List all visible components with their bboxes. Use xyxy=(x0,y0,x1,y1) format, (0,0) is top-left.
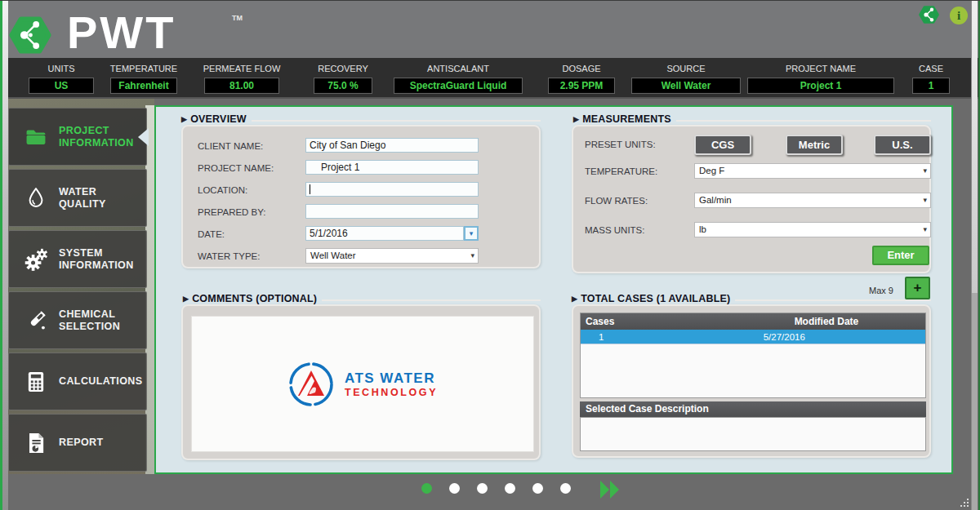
project-name-input[interactable] xyxy=(305,160,479,175)
report-icon xyxy=(22,430,50,456)
comments-textarea[interactable]: ATS WATER TECHNOLOGY xyxy=(191,316,534,452)
status-bar: UNITS US TEMPERATURE Fahrenheit PERMEATE… xyxy=(0,58,980,99)
preset-metric-button[interactable]: Metric xyxy=(786,135,843,155)
max-cases-label: Max 9 xyxy=(869,286,893,295)
measurements-groupbox: PRESET UNITS: CGS Metric U.S. TEMPERATUR… xyxy=(572,125,931,273)
comments-groupbox: ATS WATER TECHNOLOGY xyxy=(181,304,541,460)
chevron-down-icon: ▾ xyxy=(923,223,927,237)
mass-units-select[interactable]: lb ▾ xyxy=(694,222,931,237)
status-value: Project 1 xyxy=(747,78,894,94)
modified-date-cell: 5/27/2016 xyxy=(764,330,805,344)
preset-us-button[interactable]: U.S. xyxy=(874,135,931,155)
app-header: PWT TM i xyxy=(0,1,980,58)
section-arrow-icon: ▶ xyxy=(572,295,577,303)
text-cursor xyxy=(310,184,310,194)
status-project-name: PROJECT NAME Project 1 xyxy=(739,64,902,94)
calculator-icon xyxy=(22,369,50,395)
status-value: US xyxy=(29,78,94,94)
window-scrollbar[interactable] xyxy=(971,1,978,510)
overview-section-title: ▶ OVERVIEW xyxy=(181,113,541,125)
status-value: 81.00 xyxy=(204,78,279,94)
mass-units-label: MASS UNITS: xyxy=(585,225,644,235)
pager-dot-4[interactable] xyxy=(505,483,515,494)
case-description-header: Selected Case Description xyxy=(580,401,926,417)
sidebar-item-water-quality[interactable]: WATER QUALITY xyxy=(8,169,147,227)
preset-cgs-button[interactable]: CGS xyxy=(694,135,751,155)
info-icon[interactable]: i xyxy=(950,7,968,24)
pager-dot-5[interactable] xyxy=(532,483,543,494)
status-value: SpectraGuard Liquid xyxy=(394,78,523,94)
status-value: Well Water xyxy=(631,78,741,94)
app-window: PWT TM i UNITS US TEMPERATURE Fahrenheit… xyxy=(0,0,980,510)
sidebar-item-system-information[interactable]: SYSTEM INFORMATION xyxy=(8,230,147,288)
measurements-section-title: ▶ MEASUREMENTS xyxy=(573,113,931,125)
status-label: ANTISCALANT xyxy=(381,64,536,73)
flow-rates-select[interactable]: Gal/min ▾ xyxy=(694,193,931,208)
water-type-label: WATER TYPE: xyxy=(198,251,260,261)
client-name-label: CLIENT NAME: xyxy=(198,141,263,151)
modified-date-column-header: Modified Date xyxy=(795,313,859,330)
date-label: DATE: xyxy=(198,229,225,239)
case-table-row[interactable]: 1 5/27/2016 xyxy=(581,330,925,344)
add-case-button[interactable]: + xyxy=(905,277,930,299)
pager-dot-2[interactable] xyxy=(449,483,460,494)
section-arrow-icon: ▶ xyxy=(183,295,189,303)
sidebar-item-calculations[interactable]: CALCULATIONS xyxy=(8,353,147,410)
status-source: SOURCE Well Water xyxy=(631,64,741,94)
pager-dot-6[interactable] xyxy=(560,483,571,494)
location-label: LOCATION: xyxy=(198,185,247,195)
temperature-value: Deg F xyxy=(699,166,724,175)
flow-rates-value: Gal/min xyxy=(699,195,732,205)
status-label: PROJECT NAME xyxy=(739,64,902,73)
cases-table: Cases Modified Date 1 5/27/2016 xyxy=(580,313,926,398)
status-label: CASE xyxy=(906,64,956,73)
test-tube-icon xyxy=(22,308,50,334)
status-permeate-flow: PERMEATE FLOW 81.00 xyxy=(189,64,295,94)
section-title-text: MEASUREMENTS xyxy=(582,113,671,125)
status-label: DOSAGE xyxy=(528,64,635,73)
section-title-text: TOTAL CASES (1 AVAILABLE) xyxy=(581,293,730,304)
sidebar-item-label: CALCULATIONS xyxy=(59,375,142,388)
sidebar-item-label: REPORT xyxy=(59,437,104,449)
mass-units-value: lb xyxy=(699,224,706,234)
status-case: CASE 1 xyxy=(906,64,956,94)
status-value: 1 xyxy=(912,78,950,94)
next-page-icon[interactable] xyxy=(600,481,621,499)
status-temperature: TEMPERATURE Fahrenheit xyxy=(91,64,197,94)
pager-dot-1[interactable] xyxy=(421,483,432,494)
folder-icon xyxy=(22,124,50,150)
ats-logo-icon xyxy=(287,361,335,408)
case-number-cell: 1 xyxy=(599,330,604,344)
pwt-logo-icon xyxy=(7,13,53,57)
date-input[interactable] xyxy=(305,226,464,241)
prepared-by-label: PREPARED BY: xyxy=(198,207,266,217)
status-dosage: DOSAGE 2.95 PPM xyxy=(528,64,635,94)
section-title-text: OVERVIEW xyxy=(190,113,247,125)
section-arrow-icon: ▶ xyxy=(181,115,187,123)
pager-dot-3[interactable] xyxy=(477,483,488,494)
sidebar-item-chemical-selection[interactable]: CHEMICAL SELECTION xyxy=(8,291,147,349)
cases-table-empty-area xyxy=(581,344,925,397)
overview-groupbox: CLIENT NAME: PROJECT NAME: LOCATION: PRE… xyxy=(181,125,541,268)
chevron-down-icon: ▾ xyxy=(923,193,927,207)
scrollbar-thumb[interactable] xyxy=(972,1,978,293)
section-arrow-icon: ▶ xyxy=(573,115,579,123)
status-value: Fahrenheit xyxy=(110,78,177,94)
client-name-input[interactable] xyxy=(305,138,479,153)
case-description-area[interactable] xyxy=(580,417,926,451)
status-antiscalant: ANTISCALANT SpectraGuard Liquid xyxy=(381,64,536,94)
water-drop-icon xyxy=(22,185,50,211)
resize-grip[interactable] xyxy=(959,497,969,507)
enter-button[interactable]: Enter xyxy=(872,246,929,265)
water-type-select[interactable]: Well Water ▾ xyxy=(305,248,479,264)
location-input[interactable] xyxy=(305,182,479,197)
sidebar-item-report[interactable]: REPORT xyxy=(8,414,147,472)
prepared-by-input[interactable] xyxy=(305,204,479,219)
gears-icon xyxy=(22,246,50,273)
window-border-left-highlight xyxy=(2,1,8,510)
mini-pwt-logo-icon[interactable] xyxy=(918,4,940,25)
date-dropdown-button[interactable]: ▾ xyxy=(464,226,479,241)
sidebar-item-project-information[interactable]: PROJECT INFORMATION xyxy=(8,108,147,166)
temperature-select[interactable]: Deg F ▾ xyxy=(694,163,931,179)
status-value: 2.95 PPM xyxy=(548,78,615,94)
